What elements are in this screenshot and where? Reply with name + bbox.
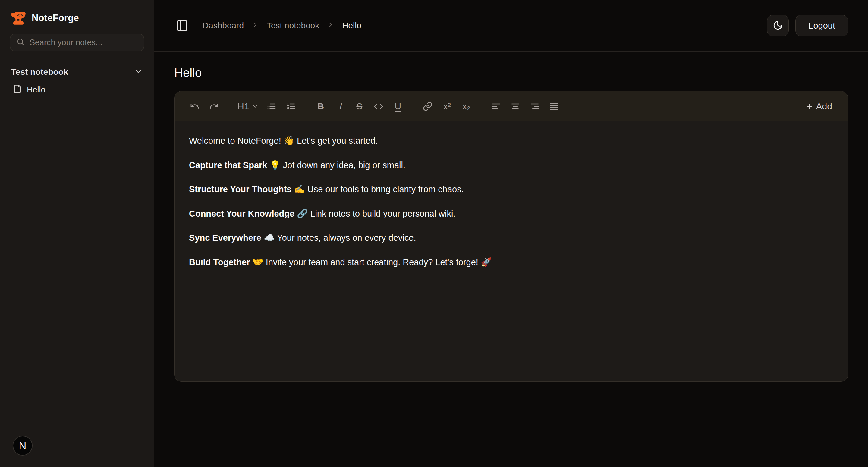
paragraph-text: ✍️ Use our tools to bring clarity from c… (291, 184, 464, 194)
app-root: </> NoteForge Test notebook (0, 0, 868, 467)
paragraph-bold: Capture that Spark (189, 160, 267, 170)
chevron-down-icon (252, 103, 258, 110)
paragraph-bold: Structure Your Thoughts (189, 184, 291, 194)
chevron-right-icon (252, 21, 259, 30)
main-area: Dashboard Test notebook Hello (154, 0, 868, 467)
editor-paragraph: Sync Everywhere ☁️ Your notes, always on… (189, 232, 833, 244)
svg-text:</>: </> (17, 13, 23, 18)
paragraph-text: 🤝 Invite your team and start creating. R… (250, 257, 492, 267)
theme-toggle-button[interactable] (767, 15, 789, 36)
align-justify-button[interactable] (545, 98, 563, 115)
paragraph-text: 🔗 Link notes to build your personal wiki… (294, 209, 456, 218)
chevron-down-icon[interactable] (134, 67, 143, 77)
toolbar-divider (306, 98, 306, 115)
sidebar-toggle-button[interactable] (174, 18, 190, 33)
breadcrumb-dashboard[interactable]: Dashboard (203, 21, 244, 30)
main-header: Dashboard Test notebook Hello (154, 0, 868, 52)
paragraph-bold: Build Together (189, 257, 250, 267)
subscript-button[interactable]: x₂ (458, 98, 475, 115)
editor-toolbar: H1 B I S (175, 91, 848, 121)
search-icon (16, 38, 25, 47)
superscript-button[interactable]: x² (438, 98, 456, 115)
redo-button[interactable] (205, 98, 223, 115)
ordered-list-button[interactable] (282, 98, 300, 115)
code-button[interactable] (370, 98, 387, 115)
avatar-letter: N (19, 440, 27, 452)
note-label: Hello (27, 85, 45, 95)
bold-button[interactable]: B (312, 98, 330, 115)
notebook-name: Test notebook (11, 67, 68, 77)
heading-label: H1 (238, 101, 249, 112)
paragraph-text: Welcome to NoteForge! 👋 Let's get you st… (189, 136, 378, 146)
paragraph-text: 💡 Jot down any idea, big or small. (267, 160, 405, 170)
editor-paragraph: Connect Your Knowledge 🔗 Link notes to b… (189, 208, 833, 220)
align-left-button[interactable] (487, 98, 505, 115)
editor-paragraph: Capture that Spark 💡 Jot down any idea, … (189, 159, 833, 172)
file-icon (13, 84, 22, 95)
search-box[interactable] (10, 34, 144, 51)
link-button[interactable] (419, 98, 436, 115)
plus-icon: + (807, 101, 812, 112)
breadcrumb-notebook[interactable]: Test notebook (267, 21, 319, 30)
moon-icon (773, 20, 783, 31)
logout-button[interactable]: Logout (795, 15, 848, 36)
italic-button[interactable]: I (331, 98, 349, 115)
header-actions: Logout (767, 15, 848, 36)
sidebar-item-notebook[interactable]: Test notebook (10, 64, 144, 80)
chevron-right-icon (327, 21, 334, 30)
editor-content[interactable]: Welcome to NoteForge! 👋 Let's get you st… (175, 121, 848, 381)
add-button[interactable]: + Add (802, 98, 836, 115)
undo-button[interactable] (186, 98, 204, 115)
search-input[interactable] (29, 38, 138, 48)
paragraph-bold: Sync Everywhere (189, 233, 261, 243)
underline-button[interactable]: U (389, 98, 407, 115)
strikethrough-button[interactable]: S (350, 98, 368, 115)
align-center-button[interactable] (507, 98, 524, 115)
sidebar: </> NoteForge Test notebook (0, 0, 154, 467)
page-body: Hello H1 (154, 52, 868, 382)
toolbar-divider (229, 98, 229, 115)
editor-panel: H1 B I S (174, 91, 848, 382)
app-logo: </> NoteForge (10, 8, 144, 34)
avatar[interactable]: N (13, 436, 33, 456)
breadcrumb: Dashboard Test notebook Hello (203, 21, 361, 30)
editor-paragraph: Welcome to NoteForge! 👋 Let's get you st… (189, 135, 833, 147)
breadcrumb-current: Hello (342, 21, 361, 30)
align-right-button[interactable] (526, 98, 544, 115)
sidebar-item-note-hello[interactable]: Hello (10, 80, 144, 100)
heading-select[interactable]: H1 (235, 98, 261, 115)
page-title: Hello (174, 66, 848, 80)
bullet-list-button[interactable] (263, 98, 280, 115)
paragraph-bold: Connect Your Knowledge (189, 209, 294, 218)
toolbar-divider (412, 98, 413, 115)
app-title: NoteForge (32, 13, 79, 24)
anvil-logo-icon: </> (10, 10, 26, 26)
editor-paragraph: Structure Your Thoughts ✍️ Use our tools… (189, 183, 833, 195)
add-label: Add (816, 101, 832, 112)
paragraph-text: ☁️ Your notes, always on every device. (261, 233, 416, 243)
editor-paragraph: Build Together 🤝 Invite your team and st… (189, 256, 833, 269)
